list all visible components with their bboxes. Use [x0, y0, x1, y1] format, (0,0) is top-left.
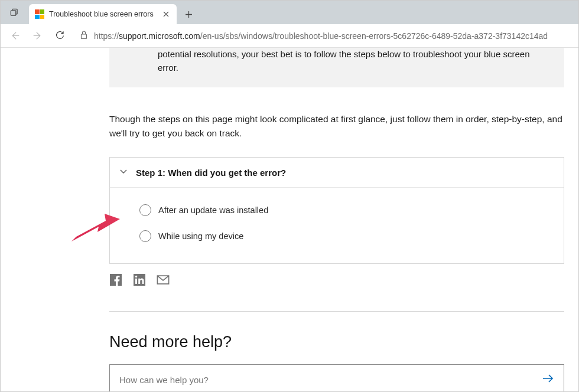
radio-label: After an update was installed [158, 205, 268, 215]
divider [109, 311, 564, 312]
lock-icon [80, 30, 88, 42]
new-tab-button[interactable] [179, 5, 198, 24]
email-icon[interactable] [157, 273, 170, 286]
url-text: https://support.microsoft.com/en-us/sbs/… [94, 31, 548, 41]
svg-rect-1 [82, 34, 87, 39]
browser-titlebar: Troubleshoot blue screen errors [1, 1, 578, 24]
linkedin-icon[interactable] [133, 273, 146, 286]
note-text: potential resolutions, your best bet is … [158, 49, 530, 73]
forward-button[interactable] [27, 27, 48, 45]
radio-option[interactable]: After an update was installed [139, 204, 554, 216]
step-header[interactable]: Step 1: When did you get the error? [110, 158, 564, 188]
step-title: Step 1: When did you get the error? [136, 168, 286, 178]
microsoft-favicon [35, 9, 44, 19]
intro-text: Though the steps on this page might look… [109, 112, 564, 141]
radio-option[interactable]: While using my device [139, 230, 554, 242]
back-button[interactable] [4, 27, 25, 45]
share-row [109, 273, 564, 286]
tab-title: Troubleshoot blue screen errors [49, 10, 157, 18]
address-bar[interactable]: https://support.microsoft.com/en-us/sbs/… [74, 27, 575, 45]
chevron-down-icon [119, 167, 128, 178]
page-content: potential resolutions, your best bet is … [1, 48, 578, 392]
help-search-box[interactable] [109, 364, 564, 392]
radio-label: While using my device [158, 231, 243, 241]
search-arrow-icon[interactable] [541, 372, 554, 387]
help-heading: Need more help? [109, 333, 564, 351]
tab-actions-button[interactable] [1, 1, 27, 24]
svg-rect-0 [11, 10, 15, 15]
step-options: After an update was installed While usin… [110, 188, 564, 263]
step-panel: Step 1: When did you get the error? Afte… [109, 157, 564, 264]
radio-icon [139, 204, 151, 216]
svg-rect-4 [135, 279, 137, 284]
svg-point-5 [135, 276, 137, 277]
tab-close-button[interactable] [161, 9, 171, 19]
browser-tab[interactable]: Troubleshoot blue screen errors [29, 4, 177, 24]
browser-toolbar: https://support.microsoft.com/en-us/sbs/… [1, 24, 578, 48]
help-search-input[interactable] [119, 375, 541, 385]
note-box: potential resolutions, your best bet is … [109, 48, 564, 87]
radio-icon [139, 230, 151, 242]
refresh-button[interactable] [49, 27, 70, 45]
facebook-icon[interactable] [109, 273, 122, 286]
